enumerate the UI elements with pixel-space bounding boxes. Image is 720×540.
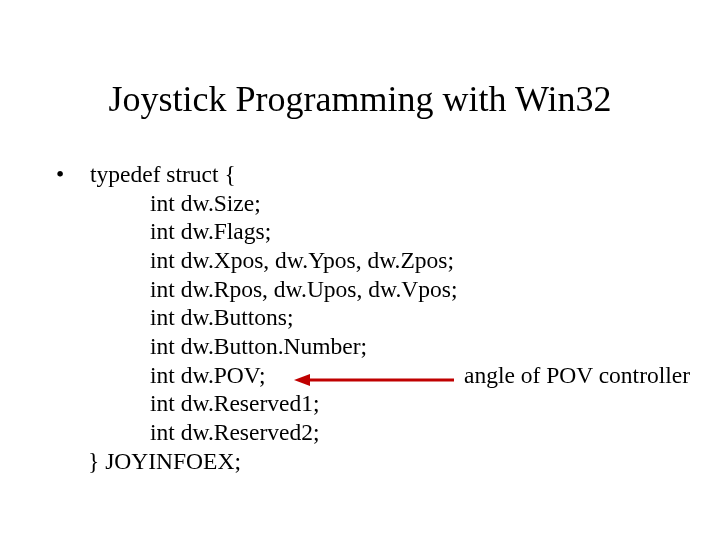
struct-line: int dw.Buttons; <box>54 303 680 332</box>
struct-line-pov: int dw.POV; angle of POV controller <box>54 361 680 390</box>
struct-line: int dw.Xpos, dw.Ypos, dw.Zpos; <box>54 246 680 275</box>
struct-line-pov-text: int dw.POV; <box>150 362 266 388</box>
struct-line: int dw.Reserved2; <box>54 418 680 447</box>
struct-close: } JOYINFOEX; <box>54 447 680 476</box>
bullet-item: • typedef struct { <box>54 160 680 189</box>
slide: Joystick Programming with Win32 • typede… <box>0 0 720 540</box>
pov-annotation: angle of POV controller <box>464 361 690 390</box>
slide-title: Joystick Programming with Win32 <box>0 78 720 120</box>
struct-line: int dw.Size; <box>54 189 680 218</box>
struct-line: int dw.Button.Number; <box>54 332 680 361</box>
slide-body: • typedef struct { int dw.Size; int dw.F… <box>54 160 680 475</box>
struct-open: typedef struct { <box>90 160 680 189</box>
bullet-marker: • <box>54 160 90 189</box>
arrow-left-icon <box>294 373 454 377</box>
struct-line: int dw.Reserved1; <box>54 389 680 418</box>
struct-line: int dw.Rpos, dw.Upos, dw.Vpos; <box>54 275 680 304</box>
svg-marker-1 <box>294 374 310 386</box>
struct-line: int dw.Flags; <box>54 217 680 246</box>
